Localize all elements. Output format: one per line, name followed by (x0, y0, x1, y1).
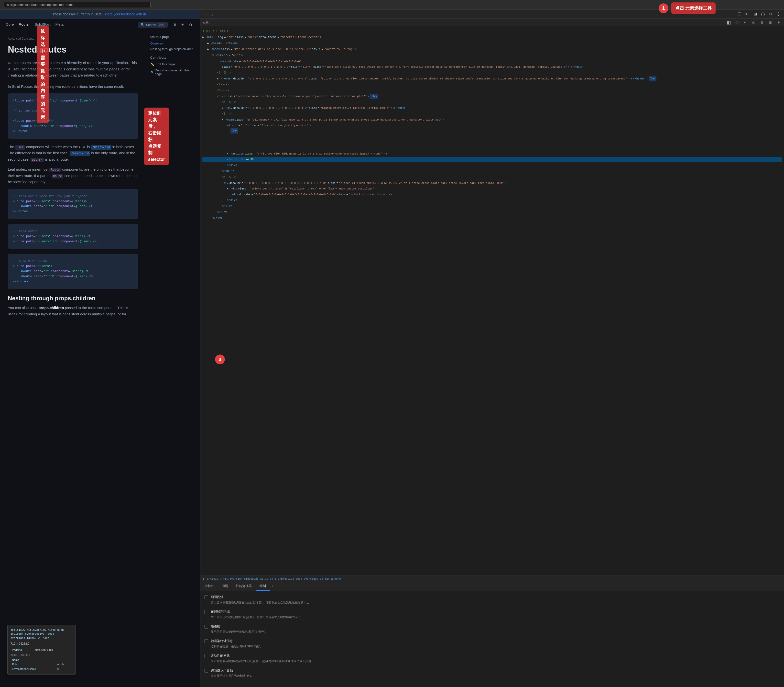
element-info-bar: ▶ article.w-fit.overflow-hidden.pb-16.lg… (200, 575, 784, 582)
element-selector-btn[interactable]: ⊹ (202, 11, 209, 18)
app-close: </div> (202, 215, 782, 222)
section3-text: Leaf nodes, or innermost Route component… (8, 166, 138, 185)
nav-item-meta[interactable]: Meta (56, 22, 64, 27)
section1-text: In Solid Router, the following two route… (8, 83, 138, 90)
devtools-bottom-tabs: 控制台 问题 性能监视器 绘制 + (200, 582, 784, 591)
code-icon[interactable]: </> (734, 19, 740, 26)
code-block-4: // This works <Route path="/users" compo… (8, 224, 138, 249)
code-block-5: // This also works <Route path="/users">… (8, 254, 138, 289)
edit-icon: ✏️ (150, 62, 154, 66)
plus-icon[interactable]: + (775, 19, 782, 26)
main-close-line: </main> (202, 168, 782, 174)
rendering-panel: 画面闪烁 突出显示需要重新绘制的页面区域(绿色)。可能不适合会发光敏性癫痫的人士… (200, 591, 784, 679)
keyboard-icon: ⎋ (57, 667, 59, 671)
network-panel-btn[interactable]: ⊞ (752, 11, 759, 18)
sticky-div-line[interactable]: ▼<div class="sticky top-[4.75rem] h-[cal… (202, 186, 782, 192)
on-this-page-nesting[interactable]: Nesting through props.children (150, 47, 196, 51)
feedback-link[interactable]: Share your feedback with us! (103, 12, 148, 16)
elements-label: 元素 (202, 20, 209, 25)
docs-nav: Core Router SolidStart Meta 🔍 Search ⌘K … (0, 19, 200, 31)
nav-item-core[interactable]: Core (6, 22, 14, 27)
settings-btn[interactable]: ⚙ (768, 11, 774, 18)
doctype-line[interactable]: <!DOCTYPE html> (202, 28, 782, 35)
more-btn[interactable]: ⋮ (775, 11, 782, 18)
rendering-item-3: 帧渲染统计信息 控制帧吞吐量、丢帧分布和 GPU 内存。 (204, 639, 780, 649)
checkbox-layout-shift[interactable] (204, 610, 208, 614)
rendering-item-0: 画面闪烁 突出显示需要重新绘制的页面区域(绿色)。可能不适合会发光敏性癫痫的人士… (204, 595, 780, 605)
comment-line3: <!----> (202, 87, 782, 94)
annotation-top: 点击 元素选择工具 (671, 2, 715, 14)
annotation-mouse: 鼠标选中需要抓取的内容的元素 (37, 26, 49, 123)
edit-page-link[interactable]: ✏️ Edit this page (150, 62, 196, 66)
report-issue-link[interactable]: ⚑ Report an issue with this page (150, 69, 196, 76)
code-block-1: <Route path="/users/:id" component={User… (8, 94, 138, 139)
relative-div-line[interactable]: <div class="relative mx-auto flex max-w-… (202, 94, 782, 99)
checkbox-fps[interactable] (204, 639, 208, 643)
xl-close: </div> (202, 203, 782, 209)
tab-rendering[interactable]: 绘制 (256, 582, 270, 591)
badge-3: 3 (215, 355, 225, 364)
sticky-close: </div> (202, 197, 782, 204)
annotation-rightclick: 定位到元素后， 右击鼠标 点选复制 selector (144, 108, 169, 165)
datahk-div-line2[interactable]: class="0-0-0-0-0-0-0-0-0-0-0-1-0-2-0-0-0… (202, 64, 782, 70)
theme-icon[interactable]: ◑ (189, 23, 194, 27)
relative-close: </div> (202, 209, 782, 215)
discord-icon[interactable]: ◈ (181, 23, 186, 27)
comment-line4: <!--$--> (202, 99, 782, 105)
html-line[interactable]: ▶<html lang="en" class="dark" data-theme… (202, 35, 782, 41)
dom-tree[interactable]: <!DOCTYPE html> ▶<html lang="en" class="… (200, 26, 784, 575)
body-line[interactable]: ▶<body class="min-h-screen dark:bg-slate… (202, 46, 782, 53)
add-tab-btn[interactable]: + (270, 582, 276, 591)
main-line[interactable]: ▼<main class="w-full md:max-w-2xl flex-a… (202, 117, 782, 123)
browser-url-bar[interactable]: solidjs.com/solid-router/concepts/nested… (4, 2, 151, 8)
nav-item-router[interactable]: Router (19, 22, 30, 27)
checkbox-scroll-perf[interactable] (204, 654, 208, 658)
rr-div-line[interactable]: <div id="rr" class="flex relative justif… (202, 123, 782, 128)
rr-close-line: </div> (202, 162, 782, 168)
search-icon: 🔍 (141, 23, 144, 27)
source-panel-btn[interactable]: { } (759, 11, 766, 18)
checkbox-flashrect[interactable] (204, 595, 208, 599)
comment5: <!--$--> (202, 174, 782, 181)
popup-accessibility-table: Name Role article Keyboard-focusable ⎋ (10, 657, 72, 672)
datahk-div-line[interactable]: ◦<div data-hk="0-0-0-0-0-0-1-0-0-0-0-0-1… (202, 59, 782, 64)
layers-icon[interactable]: ⊟ (759, 19, 766, 26)
hfull-div-line[interactable]: <div data-hk="0-0-0-0-0-0-0-0-0-0-1-0-2-… (202, 192, 782, 197)
hidden-div-line[interactable]: ▶<div data-hk="0-0-0-0-0-0-0-0-0-0-1-0-2… (202, 105, 782, 111)
elements-panel-btn[interactable]: ☰ (736, 11, 743, 18)
breadcrumb: Advanced Concepts (8, 37, 138, 40)
device-toggle-btn[interactable]: ⬚ (210, 11, 217, 18)
contribute-title: Contribute (150, 56, 196, 59)
on-this-page-overview[interactable]: Overview (150, 41, 196, 45)
popup-classname: article.w-fit.overflow-hidde n.pb-16.lg:… (10, 628, 72, 640)
rendering-item-1: 布局移动区域 突出显示已移动的页面区域(蓝色)。可能不适合会发光敏性癫痫的人士。 (204, 610, 780, 619)
popup-dimensions: 712 × 2428.89 (10, 642, 72, 646)
rendering-item-2: 层边框 显示层图层边框(橙色/橄榄色)和图磁(青色)。 (204, 624, 780, 634)
header-line[interactable]: ▶<header data-hk="0-0-0-0-0-0-1-0-0-0-0-… (202, 76, 782, 82)
flex-badge-line: flex (202, 128, 782, 134)
app-div-line[interactable]: ▼<div id="app"> (202, 53, 782, 59)
docs-article: Advanced Concepts Nested routes Nested r… (0, 31, 146, 687)
wifi-icon[interactable]: ◎ (750, 19, 757, 26)
xl-div-line[interactable]: <div data-hk="0-0-0-0-0-0-0-0-0-0-1-0-2-… (202, 181, 782, 186)
console-panel-btn[interactable]: >_ (744, 11, 751, 18)
tab-console[interactable]: 控制台 (200, 582, 218, 591)
side-panel-icon[interactable]: ◧ (725, 19, 732, 26)
tab-performance[interactable]: 性能监视器 (232, 582, 256, 591)
nesting-children-heading: Nesting through props.children (8, 295, 138, 302)
search-button[interactable]: 🔍 Search ⌘K (138, 22, 168, 28)
tab-issues[interactable]: 问题 (218, 582, 232, 591)
pointer-icon[interactable]: ↖ (742, 19, 749, 26)
article-line[interactable]: ▶<article class="w-fit overflow-hidden p… (202, 151, 782, 157)
page-intro: Nested routes are a way to create a hier… (8, 60, 138, 79)
article-end-line[interactable]: </article> == $0 (202, 157, 782, 162)
checkbox-ad-highlight[interactable] (204, 669, 208, 672)
grid-icon[interactable]: ⊞ (767, 19, 774, 26)
nesting-desc: You can also pass props.children passed … (8, 305, 138, 317)
github-icon[interactable]: ⊕ (174, 23, 179, 27)
comment-line2: <!----> (202, 82, 782, 88)
rendering-item-5: 突出显示广告帧 突出显示认为是广告的帧(红色)。 (204, 668, 780, 678)
checkbox-layer-borders[interactable] (204, 625, 208, 629)
code-block-3: // This won't work the way you'd expect … (8, 189, 138, 219)
head-line[interactable]: ▶<head>…</head> (202, 41, 782, 47)
